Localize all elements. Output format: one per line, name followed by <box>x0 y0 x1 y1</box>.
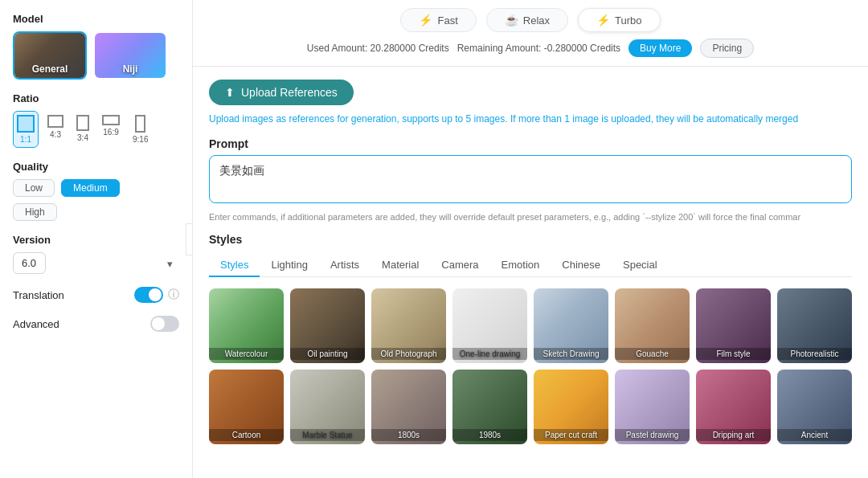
translation-label: Translation <box>13 289 64 301</box>
style-card-oneline[interactable]: One-line drawing <box>452 288 527 363</box>
ratio-9-16[interactable]: 9:16 <box>129 111 152 148</box>
pricing-button[interactable]: Pricing <box>700 39 754 58</box>
style-card-filmstyle[interactable]: Film style <box>696 288 771 363</box>
tab-chinese[interactable]: Chinese <box>551 254 612 277</box>
translation-toggle[interactable] <box>134 287 163 303</box>
content-area: ⬆ Upload References Upload images as ref… <box>193 67 868 478</box>
style-card-pastel[interactable]: Pastel drawing <box>615 370 690 444</box>
style-card-ancient-label: Ancient <box>777 429 852 441</box>
main-area: ⚡ Fast ☕ Relax ⚡ Turbo Used Amount: 20.2… <box>193 0 868 478</box>
tab-styles[interactable]: Styles <box>209 254 260 277</box>
quality-buttons: Low Medium High <box>13 179 179 221</box>
style-card-filmstyle-inner: Film style <box>696 288 771 363</box>
style-card-1980s[interactable]: 1980s <box>452 370 527 444</box>
ratio-4-3[interactable]: 4:3 <box>43 111 68 148</box>
ratio-3-4-icon <box>76 115 89 131</box>
turbo-icon: ⚡ <box>596 14 610 27</box>
mode-turbo-label: Turbo <box>615 14 641 27</box>
style-card-oldphoto[interactable]: Old Photograph <box>371 288 446 363</box>
model-general-label: General <box>32 63 68 75</box>
style-card-photorealistic-inner: Photorealistic <box>777 288 852 363</box>
style-card-papercut[interactable]: Paper cut craft <box>534 370 608 444</box>
prompt-label: Prompt <box>209 137 852 150</box>
upload-references-button[interactable]: ⬆ Upload References <box>209 80 354 105</box>
ratio-1-1-icon <box>17 115 35 133</box>
style-card-1800s-inner: 1800s <box>371 370 446 444</box>
style-card-1800s[interactable]: 1800s <box>371 370 446 444</box>
style-card-gouache-label: Gouache <box>615 348 690 360</box>
advanced-toggle[interactable] <box>150 316 179 332</box>
mode-turbo-button[interactable]: ⚡ Turbo <box>578 8 660 32</box>
sidebar-collapse-button[interactable]: ‹ <box>186 223 193 255</box>
quality-low-button[interactable]: Low <box>13 179 55 197</box>
upload-references-label: Upload References <box>241 86 338 99</box>
ratio-16-9[interactable]: 16:9 <box>98 111 124 148</box>
style-card-watercolour-inner: Watercolour <box>209 288 284 363</box>
buy-more-button[interactable]: Buy More <box>628 39 692 57</box>
style-card-oil-label: Oil painting <box>290 348 365 360</box>
style-card-photorealistic-label: Photorealistic <box>777 348 852 360</box>
style-card-ancient[interactable]: Ancient <box>777 370 852 444</box>
prompt-hint: Enter commands, if additional parameters… <box>209 212 852 222</box>
tab-artists[interactable]: Artists <box>319 254 371 277</box>
sidebar: Model General Niji Ratio 1:1 4:3 <box>0 0 193 478</box>
quality-medium-button[interactable]: Medium <box>61 179 120 197</box>
model-row: General Niji <box>13 31 179 80</box>
ratio-4-3-label: 4:3 <box>50 130 61 139</box>
tab-camera[interactable]: Camera <box>430 254 489 277</box>
ratio-1-1[interactable]: 1:1 <box>13 111 39 148</box>
ratio-9-16-label: 9:16 <box>133 135 148 144</box>
style-card-oldphoto-inner: Old Photograph <box>371 288 446 363</box>
styles-tabs: Styles Lighting Artists Material Camera … <box>209 254 852 277</box>
prompt-textarea[interactable]: 美景如画 <box>209 155 852 203</box>
style-card-marble-inner: Marble Statue <box>290 370 365 444</box>
tab-material[interactable]: Material <box>371 254 430 277</box>
model-general[interactable]: General <box>13 31 87 80</box>
style-card-sketch[interactable]: Sketch Drawing <box>534 288 608 363</box>
style-card-sketch-inner: Sketch Drawing <box>534 288 608 363</box>
quality-section: Quality Low Medium High <box>13 161 179 221</box>
topbar: ⚡ Fast ☕ Relax ⚡ Turbo Used Amount: 20.2… <box>193 0 868 67</box>
style-card-dripping-inner: Dripping art <box>696 370 771 444</box>
style-card-photorealistic[interactable]: Photorealistic <box>777 288 852 363</box>
ratio-16-9-label: 16:9 <box>103 128 118 137</box>
model-niji[interactable]: Niji <box>93 31 167 80</box>
mode-fast-button[interactable]: ⚡ Fast <box>400 8 476 32</box>
style-card-gouache[interactable]: Gouache <box>615 288 690 363</box>
ratio-4-3-icon <box>47 115 63 128</box>
tab-special[interactable]: Special <box>612 254 669 277</box>
ratio-1-1-label: 1:1 <box>20 135 31 144</box>
style-card-oil[interactable]: Oil painting <box>290 288 365 363</box>
style-card-dripping[interactable]: Dripping art <box>696 370 771 444</box>
style-card-papercut-inner: Paper cut craft <box>534 370 608 444</box>
advanced-section: Advanced <box>13 316 179 332</box>
version-select-wrap: 6.0 5.2 5.1 <box>13 252 179 274</box>
version-section: Version 6.0 5.2 5.1 <box>13 234 179 274</box>
ratio-9-16-icon <box>135 115 145 133</box>
tab-lighting[interactable]: Lighting <box>260 254 319 277</box>
fast-icon: ⚡ <box>419 14 432 27</box>
style-card-papercut-label: Paper cut craft <box>534 429 608 441</box>
tab-emotion[interactable]: Emotion <box>490 254 551 277</box>
style-card-dripping-label: Dripping art <box>696 429 771 441</box>
styles-grid-row2: Cartoon Marble Statue 1800s 1980s <box>209 370 852 444</box>
ratio-section: Ratio 1:1 4:3 3:4 16:9 9:16 <box>13 92 179 148</box>
ratio-3-4[interactable]: 3:4 <box>72 111 93 148</box>
style-card-1980s-inner: 1980s <box>452 370 527 444</box>
credits-used: Used Amount: 20.280000 Credits <box>307 43 449 54</box>
mode-relax-label: Relax <box>523 14 550 27</box>
style-card-pastel-label: Pastel drawing <box>615 429 690 441</box>
version-select[interactable]: 6.0 5.2 5.1 <box>13 252 46 274</box>
ratio-3-4-label: 3:4 <box>77 133 88 142</box>
style-card-oil-inner: Oil painting <box>290 288 365 363</box>
credits-remaining: Remaining Amount: -0.280000 Credits <box>457 43 620 54</box>
style-card-cartoon[interactable]: Cartoon <box>209 370 284 444</box>
mode-relax-button[interactable]: ☕ Relax <box>486 8 568 32</box>
quality-high-button[interactable]: High <box>13 203 57 221</box>
translation-toggle-wrap: ⓘ <box>134 287 179 303</box>
style-card-marble-label: Marble Statue <box>290 429 365 441</box>
translation-info-icon[interactable]: ⓘ <box>168 288 179 302</box>
style-card-watercolour[interactable]: Watercolour <box>209 288 284 363</box>
style-card-marble[interactable]: Marble Statue <box>290 370 365 444</box>
topbar-credits: Used Amount: 20.280000 Credits Remaining… <box>209 39 852 58</box>
